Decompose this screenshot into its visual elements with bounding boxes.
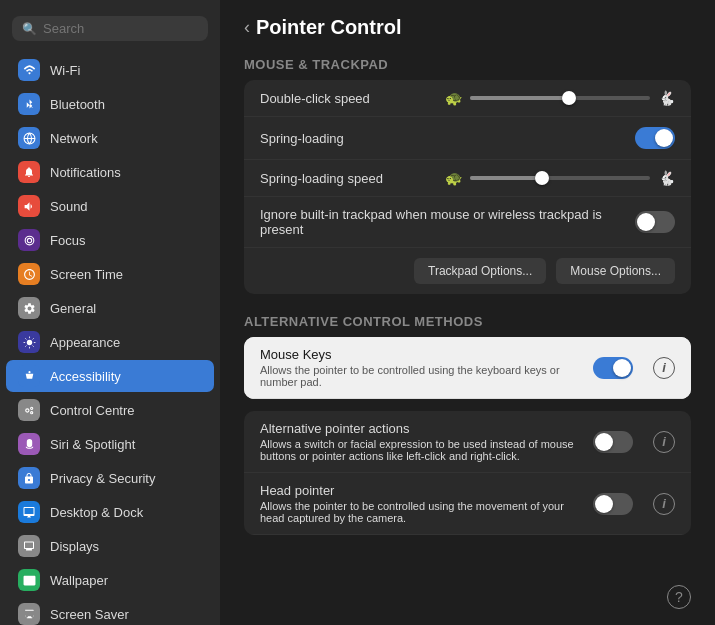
mouse-keys-toggle[interactable] [593, 357, 633, 379]
mouse-options-button[interactable]: Mouse Options... [556, 258, 675, 284]
sidebar-item-label: Appearance [50, 335, 120, 350]
alt-pointer-row: Alternative pointer actions Allows a swi… [244, 411, 691, 473]
spring-loading-toggle[interactable] [635, 127, 675, 149]
double-click-label: Double-click speed [260, 91, 433, 106]
mouse-keys-content: Mouse Keys Allows the pointer to be cont… [260, 347, 581, 388]
search-input[interactable] [43, 21, 198, 36]
alt-control-header: Alternative Control Methods [244, 314, 691, 329]
general-icon [18, 297, 40, 319]
sidebar-item-network[interactable]: Network [6, 122, 214, 154]
page-title: Pointer Control [256, 16, 402, 39]
sidebar-item-label: Network [50, 131, 98, 146]
sidebar-item-cc[interactable]: Control Centre [6, 394, 214, 426]
alt-pointer-info-icon[interactable]: i [653, 431, 675, 453]
sidebar-item-label: Screen Time [50, 267, 123, 282]
trackpad-mouse-buttons-row: Trackpad Options... Mouse Options... [244, 248, 691, 294]
sidebar: 🔍 Wi-Fi Bluetooth Network Notifications … [0, 0, 220, 625]
main-content: ‹ Pointer Control Mouse & Trackpad Doubl… [220, 0, 715, 625]
appearance-icon [18, 331, 40, 353]
spring-loading-speed-label: Spring-loading speed [260, 171, 433, 186]
sidebar-item-appearance[interactable]: Appearance [6, 326, 214, 358]
sidebar-item-wifi[interactable]: Wi-Fi [6, 54, 214, 86]
sidebar-item-notifications[interactable]: Notifications [6, 156, 214, 188]
alt-pointer-label: Alternative pointer actions [260, 421, 581, 436]
sidebar-item-sound[interactable]: Sound [6, 190, 214, 222]
sidebar-item-label: Screen Saver [50, 607, 129, 622]
mouse-small-icon: 🐢 [445, 90, 462, 106]
sidebar-item-accessibility[interactable]: Accessibility [6, 360, 214, 392]
alt-pointer-toggle[interactable] [593, 431, 633, 453]
mouse-keys-info-icon[interactable]: i [653, 357, 675, 379]
sidebar-item-label: Accessibility [50, 369, 121, 384]
network-icon [18, 127, 40, 149]
notifications-icon [18, 161, 40, 183]
spring-speed-slider-track[interactable] [470, 176, 650, 180]
sidebar-item-label: Siri & Spotlight [50, 437, 135, 452]
mouse-keys-sub: Allows the pointer to be controlled usin… [260, 364, 581, 388]
help-button[interactable]: ? [667, 585, 691, 609]
back-header: ‹ Pointer Control [244, 16, 691, 39]
sidebar-item-label: Wallpaper [50, 573, 108, 588]
privacy-icon [18, 467, 40, 489]
back-button[interactable]: ‹ [244, 17, 250, 38]
displays-icon [18, 535, 40, 557]
sidebar-item-privacy[interactable]: Privacy & Security [6, 462, 214, 494]
ignore-trackpad-label: Ignore built-in trackpad when mouse or w… [260, 207, 623, 237]
sidebar-item-screensaver[interactable]: Screen Saver [6, 598, 214, 625]
trackpad-options-button[interactable]: Trackpad Options... [414, 258, 546, 284]
double-click-slider-row: 🐢 🐇 [445, 90, 675, 106]
bluetooth-icon [18, 93, 40, 115]
svg-point-2 [26, 339, 31, 344]
accessibility-icon [18, 365, 40, 387]
wallpaper-icon [18, 569, 40, 591]
search-icon: 🔍 [22, 22, 37, 36]
sidebar-item-label: Displays [50, 539, 99, 554]
double-click-row: Double-click speed 🐢 🐇 [244, 80, 691, 117]
alt-pointer-sub: Allows a switch or facial expression to … [260, 438, 581, 462]
sidebar-item-siri[interactable]: Siri & Spotlight [6, 428, 214, 460]
sidebar-item-label: Focus [50, 233, 85, 248]
svg-point-6 [30, 411, 32, 413]
spring-slow-icon: 🐢 [445, 170, 462, 186]
slider-fill [470, 96, 569, 100]
sidebar-item-wallpaper[interactable]: Wallpaper [6, 564, 214, 596]
mouse-keys-card: Mouse Keys Allows the pointer to be cont… [244, 337, 691, 399]
spring-loading-row: Spring-loading [244, 117, 691, 160]
ignore-trackpad-row: Ignore built-in trackpad when mouse or w… [244, 197, 691, 248]
sidebar-item-general[interactable]: General [6, 292, 214, 324]
sidebar-item-displays[interactable]: Displays [6, 530, 214, 562]
spring-speed-thumb[interactable] [535, 171, 549, 185]
svg-point-5 [30, 407, 32, 409]
sidebar-item-focus[interactable]: Focus [6, 224, 214, 256]
mouse-trackpad-card: Double-click speed 🐢 🐇 Spring-loading Sp… [244, 80, 691, 294]
mouse-keys-label: Mouse Keys [260, 347, 581, 362]
sound-icon [18, 195, 40, 217]
spring-fast-icon: 🐇 [658, 170, 675, 186]
head-pointer-label: Head pointer [260, 483, 581, 498]
sidebar-item-screentime[interactable]: Screen Time [6, 258, 214, 290]
spring-speed-slider-row: 🐢 🐇 [445, 170, 675, 186]
head-pointer-toggle[interactable] [593, 493, 633, 515]
sidebar-item-desktop[interactable]: Desktop & Dock [6, 496, 214, 528]
mouse-trackpad-header: Mouse & Trackpad [244, 57, 691, 72]
spring-loading-label: Spring-loading [260, 131, 623, 146]
head-pointer-info-icon[interactable]: i [653, 493, 675, 515]
alt-pointer-card: Alternative pointer actions Allows a swi… [244, 411, 691, 535]
ignore-trackpad-toggle[interactable] [635, 211, 675, 233]
slider-thumb[interactable] [562, 91, 576, 105]
sidebar-item-label: Notifications [50, 165, 121, 180]
mouse-large-icon: 🐇 [658, 90, 675, 106]
siri-icon [18, 433, 40, 455]
desktop-icon [18, 501, 40, 523]
head-pointer-sub: Allows the pointer to be controlled usin… [260, 500, 581, 524]
sidebar-item-label: Wi-Fi [50, 63, 80, 78]
search-bar[interactable]: 🔍 [12, 16, 208, 41]
wifi-icon [18, 59, 40, 81]
double-click-slider-track[interactable] [470, 96, 650, 100]
focus-icon [18, 229, 40, 251]
toggle-knob [613, 359, 631, 377]
sidebar-item-label: Control Centre [50, 403, 135, 418]
sidebar-item-label: Desktop & Dock [50, 505, 143, 520]
sidebar-item-bluetooth[interactable]: Bluetooth [6, 88, 214, 120]
sidebar-item-label: Bluetooth [50, 97, 105, 112]
